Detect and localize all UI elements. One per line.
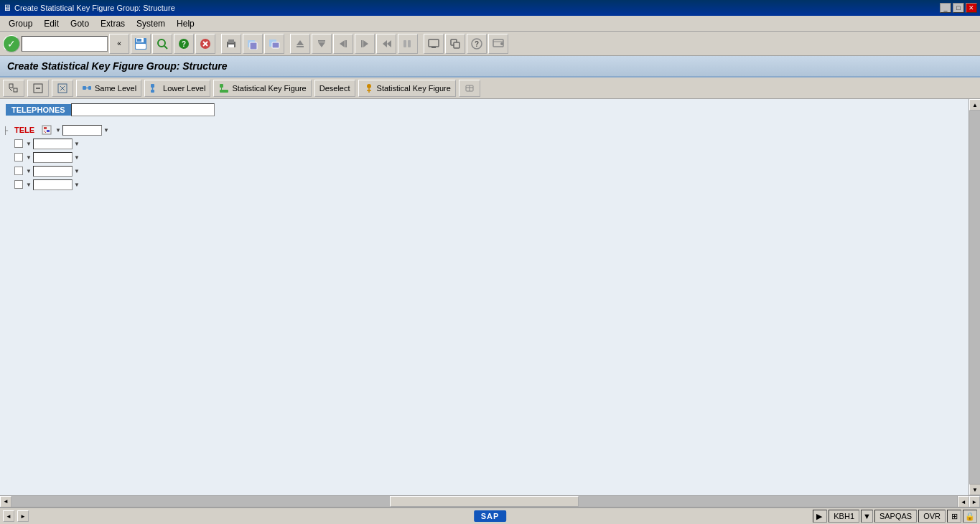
dropdown-5b[interactable]: ▼ [74,182,80,188]
dropdown-4b[interactable]: ▼ [74,168,80,174]
svg-rect-12 [228,39,234,43]
status-play-btn[interactable]: ▶ [813,510,827,523]
menu-help[interactable]: Help [171,17,200,30]
page-right-button[interactable] [355,34,375,54]
h-scroll-track[interactable] [11,496,957,507]
scroll-left-button[interactable]: ◄ [0,496,11,507]
expand-all-button[interactable] [3,80,24,97]
stat-key-figure-2-button[interactable]: Statistical Key Figure [358,80,456,97]
tele-input-1[interactable] [62,125,102,136]
lock-icon[interactable]: 🔒 [963,510,977,523]
extra-action-button[interactable] [459,80,480,97]
svg-line-5 [164,46,167,49]
page-up-button[interactable] [290,34,310,54]
menu-extras[interactable]: Extras [95,17,131,30]
input-3[interactable] [33,152,73,163]
input-5[interactable] [33,179,73,190]
menu-system[interactable]: System [131,17,171,30]
app-body: TELEPHONES ├ TELE [0,99,980,524]
menu-group[interactable]: Group [3,17,38,30]
window-button[interactable] [445,34,465,54]
svg-marker-27 [387,40,391,47]
print-button[interactable] [221,34,241,54]
svg-rect-50 [88,86,91,90]
input-4[interactable] [33,166,73,177]
tree-connector-1: ├ [3,126,14,134]
dropdown-4a[interactable]: ▼ [26,168,32,174]
status-nav-left[interactable]: ◄ [3,510,14,522]
svg-marker-26 [383,40,387,47]
find-next-button[interactable] [264,34,284,54]
svg-text:?: ? [182,40,186,48]
svg-rect-17 [272,42,279,48]
checkbox-5[interactable] [14,180,23,189]
status-nav-right[interactable]: ► [17,510,29,522]
help-button[interactable]: ? [467,34,487,54]
nav-right-button[interactable]: ► [969,496,981,507]
page-down-button[interactable] [312,34,332,54]
check-button[interactable]: ✓ [3,35,20,52]
svg-rect-28 [403,40,406,47]
page-left-button[interactable] [333,34,353,54]
dropdown-3a[interactable]: ▼ [26,154,32,161]
svg-rect-64 [44,127,47,129]
tele-dropdown-2[interactable]: ▼ [103,127,109,134]
scroll-track[interactable] [969,111,980,484]
dropdown-5a[interactable]: ▼ [26,182,32,188]
stat-key-figure-icon [218,83,230,94]
tree-row-2: ▼ ▼ [3,137,969,150]
svg-rect-25 [361,40,363,47]
svg-marker-24 [363,40,368,47]
monitor-button[interactable] [424,34,444,54]
maximize-button[interactable]: □ [953,3,964,13]
vertical-scrollbar: ▲ ▼ [969,99,980,495]
settings-button[interactable] [488,34,508,54]
svg-rect-30 [429,39,439,47]
tree-row-4: ▼ ▼ [3,164,969,177]
search-button[interactable] [152,34,172,54]
toolbar-combo[interactable] [22,36,108,52]
deselect-button[interactable]: Deselect [314,80,355,97]
page-first-button[interactable] [376,34,396,54]
shortcut-button[interactable]: ? [174,34,194,54]
stat-key-figure-button[interactable]: Statistical Key Figure [213,80,311,97]
keyboard-icon[interactable]: ⊞ [947,510,961,523]
scroll-up-button[interactable]: ▲ [969,99,980,111]
nav-back-button[interactable]: « [109,34,129,54]
dropdown-3b[interactable]: ▼ [74,154,80,161]
input-2[interactable] [33,139,73,149]
client-dropdown[interactable]: ▼ [861,510,873,523]
status-bar: ◄ ► SAP ▶ KBH1 ▼ SAPQAS OVR ⊞ 🔒 [0,507,980,524]
group-input[interactable] [71,103,215,116]
cancel-button[interactable] [195,34,215,54]
page-last-button[interactable] [398,34,418,54]
svg-text:?: ? [475,40,479,48]
tree-row-3: ▼ ▼ [3,151,969,164]
title-bar-buttons: _ □ ✕ [940,3,977,13]
minimize-button[interactable]: _ [940,3,951,13]
dropdown-2b[interactable]: ▼ [74,141,80,147]
find-button[interactable] [243,34,263,54]
checkbox-3[interactable] [14,153,23,162]
horizontal-scrollbar: ◄ ► [0,495,969,507]
menu-goto[interactable]: Goto [65,17,95,30]
collapse-all-button[interactable] [27,80,49,97]
menu-edit[interactable]: Edit [38,17,65,30]
close-button[interactable]: ✕ [966,3,977,13]
select-subtree-button[interactable] [52,80,73,97]
tele-node-icon [41,124,52,136]
svg-rect-15 [250,42,257,50]
checkbox-4[interactable] [14,167,23,175]
save-button[interactable] [131,34,151,54]
svg-rect-65 [47,130,50,132]
lower-level-button[interactable]: Lower Level [144,80,210,97]
svg-rect-19 [297,46,304,47]
svg-rect-23 [345,40,347,47]
dropdown-2a[interactable]: ▼ [26,141,32,147]
checkbox-2[interactable] [14,139,23,148]
tele-dropdown-1[interactable]: ▼ [55,127,61,134]
scroll-end-button[interactable]: ▼ [969,484,980,495]
nav-left-button[interactable]: ◄ [958,496,969,507]
same-level-button[interactable]: Same Level [76,80,141,97]
h-scroll-thumb[interactable] [390,496,579,507]
